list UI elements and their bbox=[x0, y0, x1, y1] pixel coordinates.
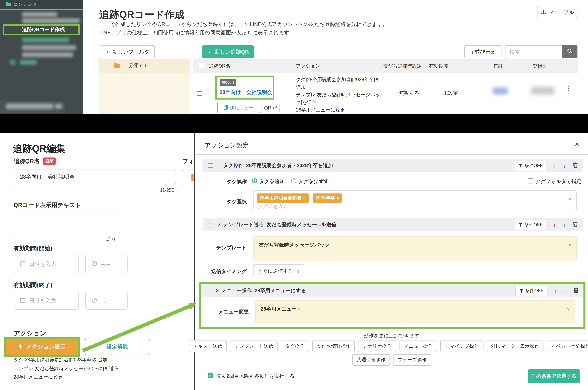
add-mark-display-button[interactable]: 対応マーク・表示操作 bbox=[487, 341, 544, 352]
sidebar-section-contents[interactable]: コンテンツ bbox=[0, 0, 83, 10]
template-label: テンプレート bbox=[203, 245, 247, 251]
condition-off-button[interactable]: 条件OFF bbox=[516, 286, 547, 296]
chevron-down-icon: ∨ bbox=[297, 269, 300, 274]
sort-button[interactable]: ↑↓ 並び替え bbox=[464, 45, 501, 58]
close-icon[interactable]: × bbox=[575, 140, 579, 149]
remove-tag-icon[interactable]: × bbox=[337, 195, 339, 200]
tag-chip[interactable]: 28卒用説明会参加者× bbox=[257, 194, 309, 203]
add-menu-op-button[interactable]: メニュー操作 bbox=[399, 341, 437, 352]
tag-select-label: タグ選択 bbox=[203, 199, 247, 205]
radio-tag-remove[interactable] bbox=[291, 178, 296, 184]
unset-button[interactable]: 設定解除 bbox=[85, 339, 150, 355]
add-template-send-button[interactable]: テンプレート送信 bbox=[230, 341, 278, 352]
add-text-send-button[interactable]: テキスト送信 bbox=[189, 341, 227, 352]
search-submit-button[interactable] bbox=[562, 45, 578, 58]
row-menu-kebab-icon[interactable]: ⋮ bbox=[565, 86, 572, 90]
table-header: 追跡QR名 アクション 友だち追加時設定 有効期間 集計 登録日 bbox=[193, 59, 578, 73]
move-down-icon[interactable]: ↓ bbox=[563, 221, 566, 228]
move-up-icon[interactable]: ↑ bbox=[553, 221, 556, 228]
action-1-type: 1. タグ操作 bbox=[217, 162, 243, 169]
row-name-highlight: 登録用 28卒向け 会社説明会 bbox=[215, 76, 274, 99]
tag-folder-checkbox-label: タグフォルダで指定 bbox=[535, 178, 581, 185]
period-end-label: 有効期間(終了) bbox=[14, 281, 52, 289]
move-down-icon: ↓ bbox=[564, 288, 567, 294]
action-3-header: 3. メニュー操作 28卒用メニューにする 条件OFF ↑ ↓ bbox=[201, 284, 584, 297]
sidebar-item-blurred[interactable] bbox=[22, 52, 73, 57]
add-common-info-button[interactable]: 共通情報操作 bbox=[352, 354, 390, 366]
repeat-checkbox-label: 発動2回目以降も各動作を実行する bbox=[216, 373, 295, 380]
action-setting-button[interactable]: アクション設定 bbox=[5, 339, 78, 355]
check-icon: ✓ bbox=[209, 373, 212, 378]
delete-icon[interactable] bbox=[573, 162, 578, 169]
sidebar: コンテンツ 追跡QRコード作成 bbox=[0, 0, 83, 114]
move-up-icon[interactable]: ↑ bbox=[554, 288, 557, 294]
delete-icon[interactable] bbox=[574, 287, 579, 294]
tag-select-box[interactable]: 28卒用説明会参加者× 2028年卒× タグ名を入力 ∨ bbox=[253, 190, 577, 211]
start-date-input[interactable]: 日付を入力 bbox=[14, 255, 79, 273]
divider bbox=[4, 319, 193, 319]
qr-name-link[interactable]: 28卒向け 会社説明会 bbox=[219, 89, 272, 96]
clock-icon bbox=[92, 297, 97, 304]
tag-folder-checkbox[interactable] bbox=[528, 178, 533, 184]
action-section-label: アクション bbox=[14, 329, 46, 338]
qr-open-button[interactable]: QR bbox=[262, 103, 279, 113]
add-tag-op-button[interactable]: タグ操作 bbox=[281, 341, 309, 352]
tag-chip[interactable]: 2028年卒× bbox=[313, 194, 342, 203]
clock-icon bbox=[92, 261, 97, 267]
row-checkbox[interactable] bbox=[206, 90, 211, 95]
drag-handle-icon[interactable] bbox=[197, 91, 202, 96]
action-block-2: 2. テンプレート送信 友だち登録時メッセー...を送信 条件OFF ↑ ↓ bbox=[203, 218, 583, 279]
url-copy-button[interactable]: URLコピー bbox=[217, 103, 260, 113]
sidebar-item-blurred[interactable] bbox=[22, 45, 76, 50]
start-time-input[interactable]: --:-- bbox=[85, 255, 128, 273]
condition-off-button[interactable]: 条件OFF bbox=[515, 220, 546, 230]
drag-handle-icon[interactable] bbox=[206, 289, 211, 293]
start-time-placeholder: --:-- bbox=[101, 261, 110, 267]
end-date-input[interactable]: 日付を入力 bbox=[14, 292, 79, 310]
action-1-body: タグ操作 タグを追加 タグをはずす タグフォルダで指定 タグ選択 28卒用説明会… bbox=[203, 172, 583, 220]
sidebar-item-blurred[interactable] bbox=[20, 60, 37, 65]
period-start-label: 有効期間(開始) bbox=[14, 245, 52, 252]
registration-badge: 登録用 bbox=[219, 79, 236, 86]
menu-select-box[interactable]: 28卒用メニュー× ∨ bbox=[255, 300, 575, 323]
add-scenario-button[interactable]: シナリオ操作 bbox=[358, 341, 396, 352]
action-block-3-highlight: 3. メニュー操作 28卒用メニューにする 条件OFF ↑ ↓ bbox=[199, 282, 586, 329]
confirm-button[interactable]: この条件で決定する bbox=[528, 369, 580, 383]
add-more-hint: 動作を更に追加できます bbox=[195, 333, 588, 339]
radio-tag-add[interactable] bbox=[252, 178, 257, 184]
drag-handle-icon[interactable] bbox=[208, 163, 213, 168]
search-input[interactable] bbox=[505, 45, 562, 58]
add-friend-info-button[interactable]: 友だち情報操作 bbox=[312, 341, 355, 352]
move-down-icon[interactable]: ↓ bbox=[563, 162, 566, 169]
action-setting-modal: アクション設定 × 1. タグ操作 28卒用説明会参加者・2028年卒を追加 条… bbox=[194, 133, 588, 390]
condition-off-button[interactable]: 条件OFF bbox=[515, 161, 546, 171]
select-all-checkbox[interactable] bbox=[199, 63, 204, 68]
add-phase-op-button[interactable]: フェーズ操作 bbox=[393, 354, 431, 366]
sort-arrows-icon: ↑↓ bbox=[470, 49, 473, 54]
qr-name-input[interactable]: 28卒向け 会社説明会 bbox=[14, 169, 176, 185]
add-event-reserve-button[interactable]: イベント予約操作 bbox=[547, 341, 588, 352]
folder-icon bbox=[5, 1, 11, 8]
template-select-box[interactable]: 友だち登録時メッセージパック× ∨ bbox=[253, 236, 577, 261]
repeat-checkbox[interactable]: ✓ bbox=[208, 373, 213, 378]
sidebar-item-blurred[interactable] bbox=[22, 12, 57, 17]
timing-label: 送信タイミング bbox=[203, 268, 247, 275]
sidebar-item-tracking-qr-active[interactable]: 追跡QRコード作成 bbox=[3, 24, 80, 35]
remove-icon[interactable]: × bbox=[298, 306, 301, 312]
sidebar-item-blurred[interactable] bbox=[22, 38, 69, 42]
new-folder-button[interactable]: ＋ 新しいフォルダ bbox=[100, 45, 155, 58]
timing-select[interactable]: すぐに送信する ∨ bbox=[253, 264, 305, 277]
remove-tag-icon[interactable]: × bbox=[303, 195, 306, 200]
add-reminder-button[interactable]: リマインダ操作 bbox=[440, 341, 483, 352]
sidebar-item-blurred[interactable] bbox=[22, 18, 80, 23]
delete-icon[interactable] bbox=[573, 221, 578, 229]
folder-item-unclassified[interactable]: 未分類 (1) bbox=[99, 59, 190, 73]
qr-display-text-input[interactable] bbox=[14, 211, 120, 234]
end-time-input[interactable]: --:-- bbox=[85, 292, 128, 310]
manual-button[interactable]: マニュアル bbox=[537, 7, 578, 18]
remove-icon[interactable]: × bbox=[331, 242, 334, 248]
new-tracking-qr-button[interactable]: ＋ 新しい追跡QR bbox=[202, 45, 254, 58]
action-2-summary: 友だち登録時メッセー...を送信 bbox=[267, 221, 336, 228]
drag-handle-icon[interactable] bbox=[208, 223, 213, 227]
sidebar-bottom-row[interactable] bbox=[0, 101, 65, 113]
